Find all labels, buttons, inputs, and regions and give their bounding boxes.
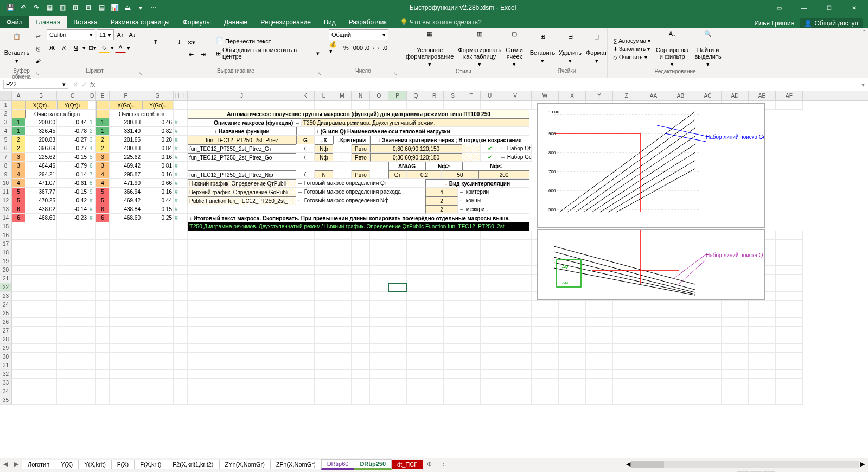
tab-insert[interactable]: Вставка	[67, 16, 104, 28]
hscroll-right[interactable]: ▶	[860, 461, 865, 468]
col-J[interactable]: J	[188, 91, 296, 100]
italic-button[interactable]: К	[59, 42, 69, 53]
clear-button[interactable]: ◇ Очистить ▾	[611, 54, 653, 61]
col-AD[interactable]: AD	[722, 91, 749, 100]
tell-me[interactable]: 💡 Что вы хотите сделать?	[393, 16, 488, 28]
col-F[interactable]: F	[110, 91, 142, 100]
col-U[interactable]: U	[481, 91, 499, 100]
number-format-select[interactable]: Общий▾	[329, 29, 388, 40]
chart-lower[interactable]: ΔQΔN Набор линий поиска Qт	[537, 229, 765, 300]
sheet-tab[interactable]: F(X,krit)	[134, 460, 167, 469]
col-V[interactable]: V	[499, 91, 532, 100]
sheet-tab[interactable]: F(X)	[111, 460, 135, 469]
tab-review[interactable]: Рецензирование	[254, 16, 317, 28]
sheet-tab[interactable]: ZYn(X,NomGr)	[219, 460, 271, 469]
expand-formula-bar-icon[interactable]: ▾	[858, 81, 868, 88]
indent-decrease-icon[interactable]: ⇤	[186, 49, 196, 60]
col-H[interactable]: H	[174, 91, 181, 100]
orientation-icon[interactable]: ⤭▾	[186, 37, 196, 48]
col-G[interactable]: G	[142, 91, 174, 100]
col-T[interactable]: T	[462, 91, 481, 100]
find-select-button[interactable]: 🔍Найти и выделить▾	[692, 29, 724, 68]
col-Y[interactable]: Y	[586, 91, 613, 100]
formula-input[interactable]	[99, 84, 858, 85]
user-name[interactable]: Илья Гришин	[755, 20, 795, 27]
copy-icon[interactable]: ⎘	[33, 43, 43, 54]
wrap-text-button[interactable]: 📄 Перенести текст	[214, 37, 322, 45]
qat-chart-icon[interactable]: 📊	[110, 3, 119, 12]
share-button[interactable]: 👤 Общий доступ	[800, 18, 863, 28]
qat-btn-6[interactable]: ⛰	[123, 3, 132, 12]
paste-button[interactable]: 📋 Вставить▾	[3, 32, 30, 65]
align-bottom-icon[interactable]: ⤓	[174, 37, 184, 48]
worksheet-grid[interactable]: A B C D E F G H I J K L M N O P Q R S T …	[0, 91, 868, 458]
name-box[interactable]: P22▾	[3, 80, 68, 89]
close-icon[interactable]: ✕	[842, 0, 866, 15]
col-M[interactable]: M	[333, 91, 352, 100]
col-AE[interactable]: AE	[749, 91, 776, 100]
fx-icon[interactable]: fx	[90, 81, 95, 88]
enter-formula-icon[interactable]: ✓	[81, 81, 87, 88]
fill-color-icon[interactable]: ◇	[99, 42, 110, 53]
qat-btn-4[interactable]: ⊟	[84, 3, 93, 12]
select-all-corner[interactable]	[0, 91, 12, 100]
comma-icon[interactable]: 000	[353, 42, 363, 53]
sheet-tab[interactable]: ZFn(X,NomGr)	[270, 460, 322, 469]
col-P[interactable]: P	[388, 91, 407, 100]
cancel-formula-icon[interactable]: ✕	[73, 81, 78, 88]
align-center-icon[interactable]: ≣	[162, 49, 173, 60]
align-top-icon[interactable]: ⤒	[150, 37, 161, 48]
qat-btn-5[interactable]: ▤	[97, 3, 106, 12]
tab-developer[interactable]: Разработчик	[342, 16, 393, 28]
conditional-formatting-button[interactable]: ▦Условное форматирование▾	[405, 29, 455, 68]
minimize-icon[interactable]: —	[792, 0, 816, 15]
col-E[interactable]: E	[96, 91, 110, 100]
sheet-tab[interactable]: dt_ПСГ	[391, 460, 423, 469]
decrease-decimal-icon[interactable]: ←.0	[376, 42, 387, 53]
cut-icon[interactable]: ✂	[33, 31, 43, 42]
col-K[interactable]: K	[296, 91, 315, 100]
cell-styles-button[interactable]: ▢Стили ячеек▾	[505, 29, 524, 68]
qat-btn-3[interactable]: ⊞	[71, 3, 80, 12]
chart-upper[interactable]: 1 000900 800700 600500 Набор линий поиск…	[537, 103, 765, 228]
maximize-icon[interactable]: ☐	[817, 0, 841, 15]
column-headers[interactable]: A B C D E F G H I J K L M N O P Q R S T …	[0, 91, 868, 101]
sheet-tab[interactable]: Y(X)	[55, 460, 79, 469]
col-A[interactable]: A	[12, 91, 25, 100]
sheet-tab-active[interactable]: DRtip250	[354, 459, 392, 470]
sheet-tab[interactable]: DRtip60	[321, 459, 355, 470]
indent-increase-icon[interactable]: ⇥	[197, 49, 208, 60]
fill-button[interactable]: ⬇ Заполнить ▾	[611, 46, 653, 53]
tab-home[interactable]: Главная	[29, 16, 67, 28]
tab-file[interactable]: Файл	[0, 16, 29, 28]
currency-icon[interactable]: 💰▾	[329, 42, 340, 53]
tab-data[interactable]: Данные	[218, 16, 254, 28]
font-name-select[interactable]: Calibri▾	[47, 29, 95, 40]
col-S[interactable]: S	[444, 91, 462, 100]
new-sheet-button[interactable]: ⊕	[423, 461, 436, 468]
tab-view[interactable]: Вид	[317, 16, 342, 28]
bold-button[interactable]: Ж	[47, 42, 58, 53]
border-icon[interactable]: ⊞▾	[87, 42, 98, 53]
col-AA[interactable]: AA	[640, 91, 667, 100]
sort-filter-button[interactable]: A↓Сортировка и фильтр▾	[655, 29, 690, 68]
col-C[interactable]: C	[57, 91, 88, 100]
format-painter-icon[interactable]: 🖌	[33, 55, 43, 66]
sheet-tab[interactable]: Y(X,krit)	[78, 460, 112, 469]
format-as-table-button[interactable]: ▥Форматировать как таблицу▾	[457, 29, 502, 68]
horizontal-scrollbar[interactable]	[631, 461, 859, 468]
redo-icon[interactable]: ↷	[31, 3, 41, 12]
align-left-icon[interactable]: ≡	[150, 49, 161, 60]
col-AB[interactable]: AB	[667, 91, 694, 100]
col-B[interactable]: B	[25, 91, 57, 100]
col-O[interactable]: O	[370, 91, 388, 100]
save-icon[interactable]: 💾	[5, 3, 15, 12]
autosum-button[interactable]: ∑ Автосумма ▾	[611, 37, 653, 44]
col-D[interactable]: D	[88, 91, 96, 100]
insert-cells-button[interactable]: ⊞Вставить▾	[529, 32, 556, 65]
sheet-tab[interactable]: Логотип	[22, 460, 55, 469]
sheet-nav-prev[interactable]: ◀	[0, 461, 11, 468]
undo-icon[interactable]: ↶	[18, 3, 28, 12]
increase-decimal-icon[interactable]: .0→	[365, 42, 375, 53]
col-W[interactable]: W	[532, 91, 559, 100]
